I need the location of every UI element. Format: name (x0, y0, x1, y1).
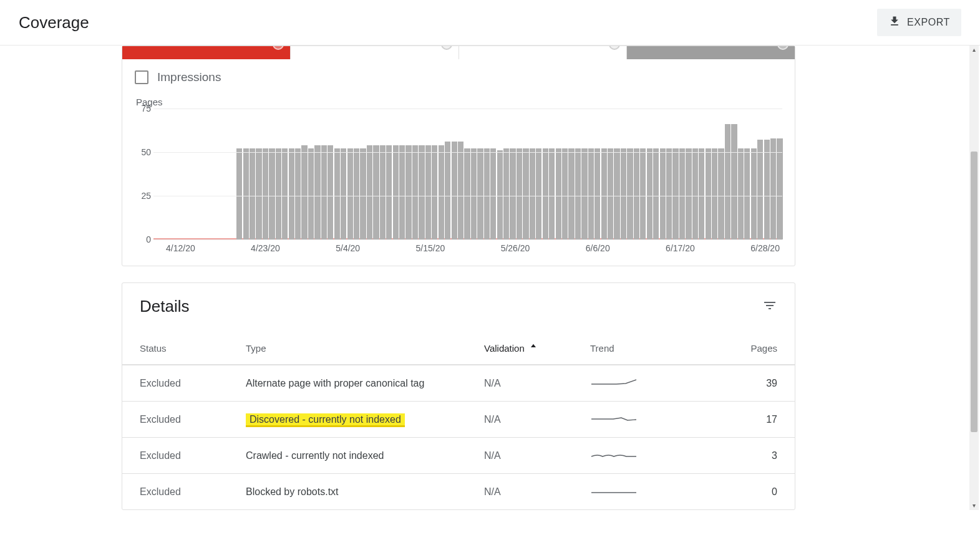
info-icon (441, 46, 452, 50)
row-type: Alternate page with proper canonical tag (246, 378, 484, 389)
details-table: Status Type Validation Trend Pages Exclu… (122, 332, 795, 509)
chart-bar (289, 148, 294, 239)
chart-bar (425, 145, 431, 239)
col-header-status[interactable]: Status (140, 343, 246, 354)
chart-bar (731, 124, 737, 239)
tab-valid[interactable] (459, 46, 628, 59)
tab-error[interactable] (122, 46, 291, 59)
chart-bar (510, 148, 515, 239)
chart-bar (699, 148, 704, 239)
chart-bar (666, 148, 672, 239)
chart-bar (445, 142, 450, 239)
y-tick-label: 0 (135, 234, 151, 244)
chart-bar (627, 148, 633, 239)
tab-valid-with-warnings[interactable] (291, 46, 459, 59)
row-status: Excluded (140, 414, 246, 425)
chart-bar (647, 148, 653, 239)
export-button[interactable]: EXPORT (877, 9, 961, 36)
chart-bar (556, 148, 561, 239)
col-header-validation[interactable]: Validation (484, 342, 590, 354)
chart-bar (269, 148, 274, 239)
table-row[interactable]: ExcludedCrawled - currently not indexedN… (122, 437, 795, 473)
chart-bar (692, 148, 698, 239)
scroll-down-arrow[interactable]: ▾ (969, 501, 979, 510)
col-header-type[interactable]: Type (246, 343, 484, 354)
chart-bar (314, 145, 320, 239)
table-row[interactable]: ExcludedDiscovered - currently not index… (122, 401, 795, 437)
status-tab-strip (122, 46, 795, 59)
filter-icon[interactable] (762, 298, 777, 316)
chart-bar (399, 145, 405, 239)
row-validation: N/A (484, 414, 590, 425)
row-trend (590, 484, 696, 500)
row-validation: N/A (484, 486, 590, 498)
chart-bar (243, 148, 249, 239)
chart-bar (334, 148, 340, 239)
vertical-scrollbar[interactable]: ▴ ▾ (969, 46, 979, 510)
info-icon (777, 46, 788, 50)
chart-bar (764, 140, 770, 239)
row-trend (590, 412, 696, 428)
chart-bar (640, 148, 646, 239)
y-tick-label: 50 (135, 147, 151, 157)
chart-bar (503, 148, 509, 239)
chart-bar (718, 148, 724, 239)
chart-bar (341, 148, 346, 239)
row-type: Blocked by robots.txt (246, 486, 484, 498)
col-header-trend[interactable]: Trend (590, 343, 696, 354)
chart-bar (757, 140, 763, 239)
chart-bar (588, 148, 594, 239)
chart-bar (367, 145, 372, 239)
impressions-toggle-row: Impressions (122, 59, 795, 90)
x-tick-label: 6/28/20 (750, 243, 780, 253)
chart-bar (484, 148, 490, 239)
chart-bar (575, 148, 581, 239)
chart-bar (653, 148, 659, 239)
chart-bar (301, 145, 307, 239)
impressions-checkbox[interactable] (135, 70, 148, 84)
row-validation: N/A (484, 450, 590, 461)
chart-bar (439, 145, 444, 239)
row-pages: 39 (696, 378, 777, 389)
row-type: Discovered - currently not indexed (246, 414, 484, 425)
chart-bar (751, 148, 757, 239)
chart-bar (373, 145, 379, 239)
row-trend (590, 448, 696, 464)
scroll-thumb[interactable] (971, 152, 978, 432)
chart-bar (256, 148, 261, 239)
chart-bar (621, 148, 626, 239)
chart-bar (562, 148, 568, 239)
x-tick-label: 6/6/20 (586, 243, 610, 253)
info-icon (609, 46, 620, 50)
info-icon (273, 46, 284, 50)
table-row[interactable]: ExcludedAlternate page with proper canon… (122, 365, 795, 401)
scroll-up-arrow[interactable]: ▴ (969, 46, 979, 54)
x-tick-label: 5/15/20 (416, 243, 445, 253)
chart-bar (347, 148, 353, 239)
chart-bar (432, 145, 437, 239)
details-title: Details (140, 297, 189, 316)
impressions-label: Impressions (157, 70, 221, 84)
chart-bar (634, 148, 639, 239)
row-trend (590, 375, 696, 392)
chart-bar (744, 148, 750, 239)
chart-y-axis-label: Pages (136, 97, 782, 107)
col-header-validation-label: Validation (484, 343, 525, 354)
chart-bar (770, 138, 776, 239)
tab-excluded[interactable] (627, 46, 795, 59)
chart-bar (536, 148, 541, 239)
col-header-pages[interactable]: Pages (696, 343, 777, 354)
x-tick-label: 4/23/20 (251, 243, 280, 253)
chart-bar (679, 148, 685, 239)
chart-bar (777, 138, 782, 239)
chart-bar (601, 148, 607, 239)
chart-bar (276, 148, 281, 239)
row-validation: N/A (484, 378, 590, 389)
download-icon (888, 15, 901, 30)
chart-bar (549, 148, 555, 239)
chart-bar (594, 148, 600, 239)
x-tick-label: 4/12/20 (166, 243, 195, 253)
chart-bar (568, 148, 574, 239)
chart-bar (386, 145, 392, 239)
table-row[interactable]: ExcludedBlocked by robots.txtN/A0 (122, 473, 795, 509)
